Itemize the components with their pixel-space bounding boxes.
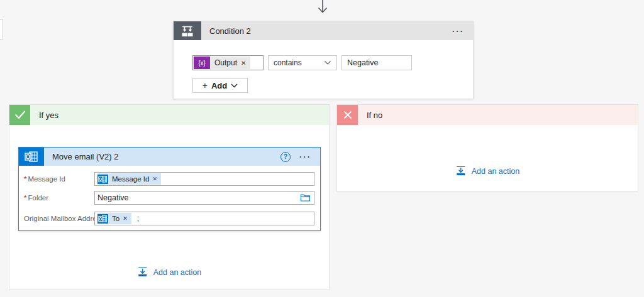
- folder-input[interactable]: [94, 191, 314, 205]
- required-marker: *: [24, 175, 26, 183]
- condition-title: Condition 2: [209, 26, 251, 36]
- token-label: Message Id: [112, 175, 149, 183]
- condition-card-header[interactable]: Condition 2 ···: [174, 21, 473, 40]
- add-button-label: Add: [211, 81, 227, 90]
- if-no-header[interactable]: If no: [337, 105, 638, 125]
- if-no-add-action-link[interactable]: Add an action: [455, 166, 519, 176]
- condition-operand-input[interactable]: {x} Output ✕: [192, 55, 264, 70]
- field-label: *Message Id: [24, 175, 65, 183]
- condition-icon: [174, 21, 201, 40]
- expression-token[interactable]: {x} Output ✕: [194, 57, 250, 69]
- if-yes-add-action-link[interactable]: Add an action: [137, 267, 201, 278]
- condition-body: {x} Output ✕ contains + Add: [174, 40, 473, 99]
- condition-card: Condition 2 ··· {x} Output ✕ contains: [173, 21, 474, 99]
- condition-add-button[interactable]: + Add: [192, 78, 248, 93]
- message-id-input[interactable]: Message Id ✕: [94, 172, 314, 186]
- plus-icon: +: [203, 80, 208, 90]
- folder-value[interactable]: [97, 193, 311, 202]
- connector-arrow-icon: [316, 0, 330, 17]
- to-token[interactable]: To ✕: [97, 213, 131, 224]
- condition-operator-value: contains: [274, 58, 302, 67]
- if-yes-branch: If yes Move email (V2) 2 ? ···: [9, 104, 330, 290]
- move-email-title: Move email (V2) 2: [52, 152, 118, 161]
- token-remove-icon[interactable]: ✕: [152, 176, 157, 182]
- flow-designer-canvas: Condition 2 ··· {x} Output ✕ contains: [0, 0, 644, 297]
- expression-token-remove-icon[interactable]: ✕: [241, 60, 246, 67]
- field-row-folder: *Folder: [24, 190, 315, 205]
- offscreen-card-edge: [0, 19, 3, 40]
- condition-operator-dropdown[interactable]: contains: [268, 55, 337, 70]
- original-mailbox-input[interactable]: To ✕ ;: [94, 212, 314, 225]
- field-label: Original Mailbox Address: [24, 215, 104, 222]
- field-label: *Folder: [24, 194, 48, 202]
- outlook-icon: [97, 214, 108, 224]
- token-suffix: ;: [137, 214, 139, 223]
- condition-row: {x} Output ✕ contains: [192, 55, 412, 70]
- condition-value-input[interactable]: [341, 55, 412, 70]
- checkmark-icon: [9, 105, 30, 125]
- condition-menu-button[interactable]: ···: [443, 26, 473, 36]
- x-mark-icon: [337, 105, 358, 125]
- add-action-icon: [455, 166, 467, 176]
- outlook-icon: [97, 175, 108, 184]
- message-id-token[interactable]: Message Id ✕: [97, 173, 161, 185]
- field-row-original-mailbox: Original Mailbox Address To ✕ ;: [24, 211, 315, 226]
- chevron-down-icon: [324, 60, 331, 65]
- expression-fx-icon: {x}: [194, 57, 210, 69]
- move-email-header[interactable]: Move email (V2) 2 ? ···: [19, 148, 320, 166]
- if-yes-header[interactable]: If yes: [9, 105, 329, 125]
- folder-picker-icon[interactable]: [300, 193, 311, 202]
- move-email-card: Move email (V2) 2 ? ··· *Message Id: [18, 147, 321, 231]
- if-yes-label: If yes: [39, 111, 58, 120]
- add-action-label: Add an action: [472, 167, 519, 176]
- token-remove-icon[interactable]: ✕: [123, 215, 128, 222]
- token-label: To: [112, 215, 119, 222]
- if-no-branch: If no Add an action: [336, 104, 638, 192]
- required-marker: *: [24, 194, 26, 202]
- add-action-icon: [137, 267, 148, 278]
- field-row-message-id: *Message Id Message Id ✕: [24, 171, 315, 186]
- if-no-label: If no: [367, 111, 382, 120]
- help-icon[interactable]: ?: [280, 152, 291, 162]
- outlook-icon: [19, 148, 44, 166]
- chevron-down-icon: [231, 84, 238, 88]
- move-email-menu-button[interactable]: ···: [291, 152, 320, 161]
- add-action-label: Add an action: [153, 268, 201, 277]
- expression-token-label: Output: [214, 58, 237, 67]
